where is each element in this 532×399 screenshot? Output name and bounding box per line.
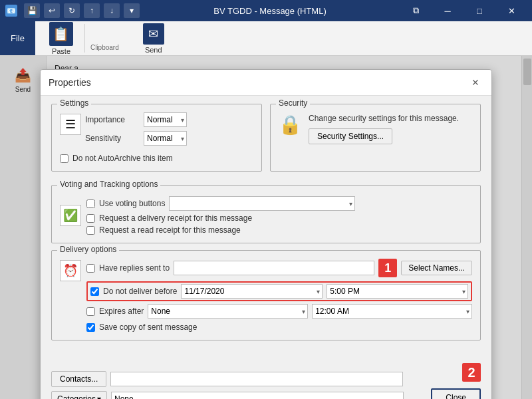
dialog-body: Settings ☰ Importance Normal [41,96,491,355]
autoarchive-checkbox[interactable] [60,154,68,163]
lock-icon: 🔒 [279,114,302,136]
dialog-footer: Contacts... Categories ▾ 2 Close [41,358,491,399]
delivery-receipt-row: Request a delivery receipt for this mess… [86,213,355,223]
read-receipt-checkbox[interactable] [86,226,95,235]
use-voting-checkbox[interactable] [86,200,95,208]
categories-dropdown-icon: ▾ [97,394,101,399]
expires-date-select[interactable]: None [148,304,308,319]
paste-label: Paste [52,47,70,55]
delivery-fields: Have replies sent to 1 Select Names... [86,259,472,334]
save-button[interactable]: 💾 [24,3,40,18]
categories-input[interactable] [111,392,404,399]
have-replies-label: Have replies sent to [99,263,170,273]
categories-label: Categories [57,394,96,399]
sensitivity-label: Sensitivity [85,134,138,143]
expires-date-wrapper[interactable]: None [148,304,308,319]
badge1-container: 1 [378,259,397,277]
importance-select[interactable]: Normal [144,112,187,127]
importance-select-wrapper[interactable]: Normal [144,112,187,127]
settings-fields: Importance Normal Sensitivity [85,112,187,150]
title-bar-actions: 💾 ↩ ↻ ↑ ↓ ▾ [24,3,140,18]
do-not-deliver-checkbox[interactable] [90,287,99,296]
voting-section: Voting and Tracking options ✅ Use voting… [51,185,481,243]
dialog-title: Properties [49,77,91,88]
security-right: Change security settings for this messag… [309,114,459,144]
contacts-area: Contacts... Categories ▾ [51,371,404,399]
send-icon: ✉ [143,23,164,45]
expires-time-wrapper[interactable]: 12:00 AM [312,304,472,319]
clipboard-label: Clipboard [84,24,122,53]
delivery-content: ⏰ Have replies sent to 1 [60,259,472,334]
voting-content: ✅ Use voting buttons Re [60,194,472,237]
do-not-deliver-date-select[interactable]: 11/17/2020 [181,284,323,299]
maximize-window-button[interactable]: □ [464,0,495,21]
delivery-legend: Delivery options [57,245,119,254]
security-section: Security 🔒 Change security settings for … [270,104,481,172]
security-text: Change security settings for this messag… [309,114,459,123]
settings-legend: Settings [57,98,91,108]
security-content: 🔒 Change security settings for this mess… [279,110,472,144]
security-legend: Security [276,98,310,108]
do-not-deliver-time-wrapper[interactable]: 5:00 PM [327,284,468,299]
dialog-overlay: Properties ✕ Settings ☰ Importance [0,56,532,399]
have-replies-checkbox[interactable] [86,264,95,273]
importance-label: Importance [85,115,138,124]
down-button[interactable]: ↓ [104,3,120,18]
close-window-button[interactable]: ✕ [496,0,527,21]
file-tab[interactable]: File [0,21,35,55]
redo-button[interactable]: ↻ [64,3,80,18]
ribbon-content: 📋 Paste Clipboard ✉ Send [35,21,178,55]
categories-button[interactable]: Categories ▾ [51,391,107,399]
close-dialog-button[interactable]: Close [431,388,481,399]
settings-section: Settings ☰ Importance Normal [51,104,262,172]
properties-dialog: Properties ✕ Settings ☰ Importance [40,69,492,399]
main-area: 📤 Send Dear a Em gửi Properties ✕ Settin… [0,56,532,399]
paste-button[interactable]: 📋 Paste [43,19,79,59]
send-label: Send [145,46,162,54]
undo-button[interactable]: ↩ [44,3,60,18]
categories-row: Categories ▾ [51,391,404,399]
window-controls: ⧉ ─ □ ✕ [400,0,527,21]
read-receipt-label: Request a read receipt for this message [99,225,241,235]
expires-time-select[interactable]: 12:00 AM [312,304,472,319]
have-replies-input[interactable] [174,261,374,275]
autoarchive-row: Do not AutoArchive this item [60,154,253,163]
settings-security-sections: Settings ☰ Importance Normal [51,104,481,178]
security-settings-button[interactable]: Security Settings... [309,128,392,144]
sensitivity-select[interactable]: Normal [144,131,187,146]
restore-window-button[interactable]: ⧉ [400,0,431,21]
badge-1: 1 [378,259,397,277]
voting-icon: ✅ [60,205,81,226]
delivery-receipt-checkbox[interactable] [86,214,95,223]
badge-2: 2 [462,363,481,382]
save-copy-checkbox[interactable] [86,323,95,332]
use-voting-label: Use voting buttons [99,199,165,208]
paste-icon: 📋 [49,22,73,46]
sensitivity-row: Sensitivity Normal [85,131,187,146]
app-icon: 📧 [5,5,17,17]
up-button[interactable]: ↑ [84,3,100,18]
select-names-button[interactable]: Select Names... [401,261,472,275]
minimize-window-button[interactable]: ─ [432,0,463,21]
ribbon: File 📋 Paste Clipboard ✉ Send [0,21,532,56]
settings-icon: ☰ [60,114,81,135]
window-title: BV TGDD - Message (HTML) [140,6,400,16]
sensitivity-select-wrapper[interactable]: Normal [144,131,187,146]
expires-row: Expires after None 12:00 AM [86,304,472,319]
do-not-deliver-date-wrapper[interactable]: 11/17/2020 [181,284,323,299]
have-replies-row: Have replies sent to 1 Select Names... [86,259,472,277]
title-bar-left: 📧 💾 ↩ ↻ ↑ ↓ ▾ [5,3,140,18]
do-not-deliver-time-select[interactable]: 5:00 PM [327,284,468,299]
dialog-close-button[interactable]: ✕ [467,75,483,90]
delivery-icon: ⏰ [60,260,81,281]
close-btn-area: 2 Close [431,363,481,399]
voting-options-select[interactable] [169,196,355,211]
voting-checkboxes: Use voting buttons Request a delivery re… [86,194,355,237]
contacts-input[interactable] [110,372,403,386]
voting-options-wrapper[interactable] [169,196,355,211]
do-not-deliver-label: Do not deliver before [103,287,177,296]
save-copy-label: Save copy of sent message [99,323,197,332]
expires-checkbox[interactable] [86,307,95,316]
contacts-button[interactable]: Contacts... [51,371,106,387]
dropdown-button[interactable]: ▾ [124,3,140,18]
